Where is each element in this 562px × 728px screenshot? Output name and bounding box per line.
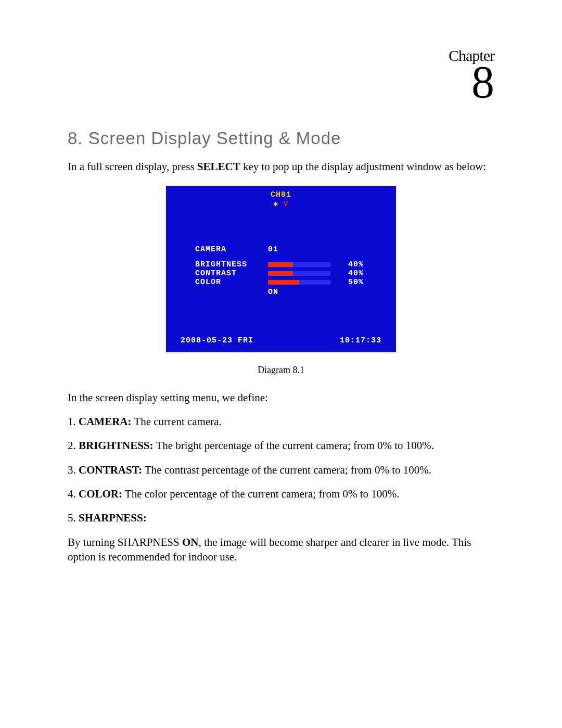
- def-sharpness: 5. SHARPNESS:: [68, 510, 494, 525]
- def-num: 1.: [68, 415, 76, 428]
- chapter-block: Chapter 8: [68, 47, 494, 103]
- page-title: 8. Screen Display Setting & Mode: [68, 129, 494, 148]
- osd-header: CH01 ✱ V: [181, 191, 381, 209]
- osd-brightness-bar: [268, 262, 330, 267]
- def-color: 4. COLOR: The color percentage of the cu…: [68, 487, 494, 501]
- diagram-wrap: CH01 ✱ V CAMERA 01 BRIGHTNESS 40% CONTRA: [68, 186, 494, 352]
- osd-brightness-fill: [268, 262, 293, 267]
- def-camera: 1. CAMERA: The current camera.: [68, 414, 494, 429]
- intro-paragraph: In a full screen display, press SELECT k…: [68, 159, 494, 174]
- chapter-number: 8: [68, 61, 494, 103]
- osd-contrast-label: CONTRAST: [195, 269, 268, 278]
- intro-post: key to pop up the display adjustment win…: [240, 160, 486, 173]
- osd-camera-label: CAMERA: [195, 245, 268, 254]
- def-desc: The current camera.: [131, 415, 221, 428]
- def-term: CAMERA:: [79, 415, 131, 428]
- sharpness-pre: By turning SHARPNESS: [68, 536, 182, 548]
- def-desc: The bright percentage of the current cam…: [154, 439, 435, 452]
- v-icon: V: [284, 200, 288, 208]
- osd-time: 10:17:33: [340, 336, 381, 345]
- def-term: BRIGHTNESS:: [79, 439, 154, 452]
- sharpness-key: ON: [182, 536, 199, 548]
- def-num: 3.: [68, 464, 76, 476]
- def-term: COLOR:: [79, 488, 122, 500]
- osd-icons: ✱ V: [181, 200, 381, 208]
- osd-contrast-pct: 40%: [340, 269, 364, 278]
- osd-color-bar: [268, 280, 330, 285]
- osd-brightness-label: BRIGHTNESS: [195, 260, 268, 269]
- def-num: 4.: [68, 488, 76, 500]
- diagram-caption: Diagram 8.1: [68, 365, 494, 376]
- osd-row-color: COLOR 50%: [195, 278, 381, 287]
- osd-camera-value: 01: [268, 245, 289, 254]
- osd-color-fill: [268, 280, 299, 285]
- def-desc: The color percentage of the current came…: [122, 488, 400, 500]
- sharpness-note: By turning SHARPNESS ON, the image will …: [68, 535, 494, 565]
- osd-channel: CH01: [181, 191, 381, 200]
- defs-intro: In the screen display setting menu, we d…: [68, 390, 494, 405]
- def-num: 5.: [68, 512, 76, 524]
- osd-row-brightness: BRIGHTNESS 40%: [195, 260, 381, 269]
- star-icon: ✱: [274, 200, 278, 208]
- osd-row-camera: CAMERA 01: [195, 245, 381, 254]
- def-term: CONTRAST:: [79, 464, 142, 476]
- osd-on-label: ON: [268, 288, 381, 297]
- def-desc: The contrast percentage of the current c…: [142, 464, 431, 476]
- osd-footer: 2008-05-23 FRI 10:17:33: [181, 336, 381, 345]
- osd-body: CAMERA 01 BRIGHTNESS 40% CONTRAST 40% CO…: [195, 245, 381, 297]
- def-brightness: 2. BRIGHTNESS: The bright percentage of …: [68, 438, 494, 453]
- osd-contrast-bar: [268, 271, 330, 276]
- intro-pre: In a full screen display, press: [68, 160, 197, 173]
- intro-key: SELECT: [197, 160, 240, 173]
- osd-screen: CH01 ✱ V CAMERA 01 BRIGHTNESS 40% CONTRA: [166, 186, 396, 352]
- osd-color-label: COLOR: [195, 278, 268, 287]
- osd-date: 2008-05-23 FRI: [181, 336, 253, 345]
- page: Chapter 8 8. Screen Display Setting & Mo…: [0, 0, 562, 625]
- def-contrast: 3. CONTRAST: The contrast percentage of …: [68, 463, 494, 477]
- osd-row-contrast: CONTRAST 40%: [195, 269, 381, 278]
- osd-color-pct: 50%: [340, 278, 364, 287]
- osd-contrast-fill: [268, 271, 293, 276]
- def-num: 2.: [68, 439, 76, 452]
- osd-brightness-pct: 40%: [340, 260, 364, 269]
- definitions-list: 1. CAMERA: The current camera. 2. BRIGHT…: [68, 414, 494, 526]
- def-term: SHARPNESS:: [79, 512, 147, 524]
